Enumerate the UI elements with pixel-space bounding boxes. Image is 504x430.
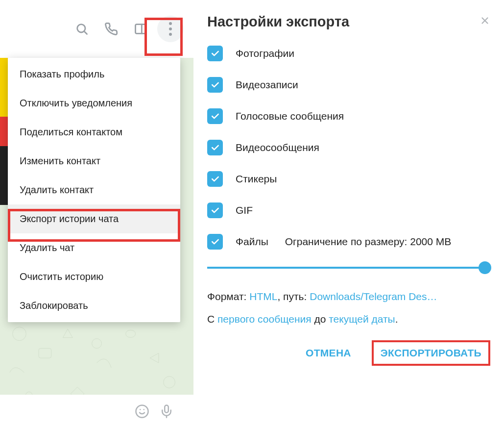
menu-item-block[interactable]: Заблокировать — [8, 291, 180, 320]
option-video-messages[interactable]: Видеосообщения — [207, 140, 490, 155]
range-prefix: С — [207, 313, 217, 325]
checkbox-icon — [207, 140, 223, 155]
export-settings-dialog: Настройки экспорта Фотографии Видеозапис… — [193, 0, 504, 430]
svg-rect-7 — [165, 405, 168, 413]
checkbox-icon — [207, 234, 223, 250]
svg-point-3 — [164, 377, 175, 388]
search-icon[interactable] — [69, 16, 95, 42]
date-range-line: С первого сообщения до текущей даты. — [207, 311, 490, 327]
range-from-link[interactable]: первого сообщения — [217, 313, 312, 325]
dialog-actions: ОТМЕНА ЭКСПОРТИРОВАТЬ — [207, 340, 490, 366]
microphone-icon[interactable] — [159, 404, 174, 421]
format-path-line: Формат: HTML, путь: Downloads/Telegram D… — [207, 289, 490, 304]
checkbox-icon — [207, 171, 223, 187]
message-input-bar — [0, 395, 193, 430]
option-label: Голосовые сообщения — [236, 110, 344, 122]
chat-top-bar — [0, 0, 193, 58]
svg-point-6 — [136, 405, 148, 418]
format-link[interactable]: HTML — [249, 291, 277, 302]
chat-context-menu: Показать профиль Отключить уведомления П… — [8, 58, 180, 322]
close-icon[interactable] — [480, 14, 490, 29]
slider-track — [207, 267, 490, 269]
option-label: Фотографии — [236, 48, 294, 59]
menu-item-export-history[interactable]: Экспорт истории чата — [8, 204, 180, 233]
side-panel-icon[interactable] — [128, 16, 153, 42]
size-limit-text: Ограничение по размеру: 2000 MB — [285, 236, 452, 248]
chat-window: Показать профиль Отключить уведомления П… — [0, 0, 193, 430]
chat-photo-edge — [0, 58, 8, 205]
more-menu-button[interactable] — [157, 16, 184, 42]
menu-item-share-contact[interactable]: Поделиться контактом — [8, 118, 180, 147]
more-vertical-icon — [169, 20, 172, 38]
menu-item-edit-contact[interactable]: Изменить контакт — [8, 147, 180, 176]
slider-thumb[interactable] — [479, 261, 491, 274]
dialog-title: Настройки экспорта — [207, 14, 349, 30]
svg-point-2 — [92, 339, 102, 349]
option-gif[interactable]: GIF — [207, 202, 490, 218]
path-label: , путь: — [277, 291, 310, 302]
menu-item-delete-chat[interactable]: Удалить чат — [8, 233, 180, 262]
option-files[interactable]: Файлы Ограничение по размеру: 2000 MB — [207, 234, 490, 250]
option-photos[interactable]: Фотографии — [207, 46, 490, 61]
dialog-header: Настройки экспорта — [207, 14, 490, 30]
menu-item-mute-notifications[interactable]: Отключить уведомления — [8, 89, 180, 118]
checkbox-icon — [207, 77, 223, 93]
menu-item-show-profile[interactable]: Показать профиль — [8, 60, 180, 89]
option-voice-messages[interactable]: Голосовые сообщения — [207, 108, 490, 124]
svg-rect-1 — [39, 348, 51, 358]
cancel-button[interactable]: ОТМЕНА — [297, 340, 360, 366]
svg-rect-5 — [136, 25, 146, 34]
range-mid: до — [312, 313, 329, 325]
path-link[interactable]: Downloads/Telegram Des… — [310, 291, 437, 302]
svg-point-0 — [13, 327, 26, 341]
range-to-link[interactable]: текущей даты — [329, 313, 395, 325]
export-options-list: Фотографии Видеозаписи Голосовые сообщен… — [207, 46, 490, 250]
menu-item-delete-contact[interactable]: Удалить контакт — [8, 176, 180, 204]
size-limit-slider[interactable] — [207, 258, 490, 277]
format-label: Формат: — [207, 291, 249, 302]
option-label: Видеозаписи — [236, 79, 298, 91]
checkbox-icon — [207, 202, 223, 218]
export-button[interactable]: ЭКСПОРТИРОВАТЬ — [372, 340, 490, 366]
option-label: Стикеры — [236, 173, 277, 185]
checkbox-icon — [207, 46, 223, 61]
option-label: Файлы — [236, 236, 268, 248]
range-suffix: . — [395, 313, 398, 325]
checkbox-icon — [207, 108, 223, 124]
option-videos[interactable]: Видеозаписи — [207, 77, 490, 93]
call-icon[interactable] — [98, 16, 124, 42]
emoji-icon[interactable] — [135, 404, 149, 421]
option-label: Видеосообщения — [236, 142, 319, 153]
option-label: GIF — [236, 204, 253, 216]
menu-item-clear-history[interactable]: Очистить историю — [8, 262, 180, 291]
option-stickers[interactable]: Стикеры — [207, 171, 490, 187]
